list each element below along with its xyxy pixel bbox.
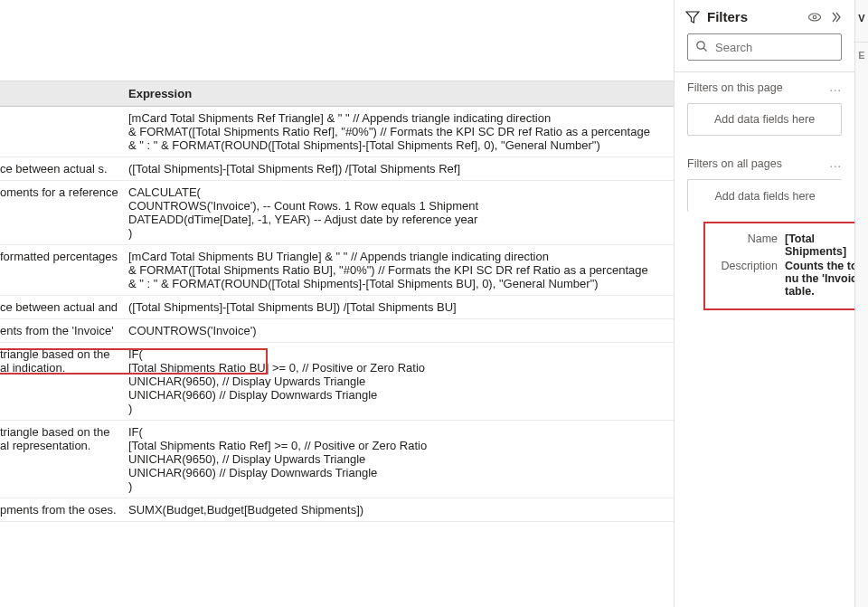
svg-point-0 — [809, 14, 821, 21]
cell-desc: ents from the 'Invoice' — [0, 324, 127, 337]
more-icon[interactable]: ... — [830, 81, 842, 94]
cell-expression: CALCULATE( COUNTROWS('Invoice'), -- Coun… — [127, 185, 674, 240]
filters-section-page: Filters on this page ... — [675, 72, 854, 100]
tooltip-name-label: Name — [714, 232, 778, 258]
more-icon[interactable]: ... — [830, 157, 842, 170]
cell-desc: triangle based on the al indication. — [0, 347, 127, 415]
search-box[interactable] — [687, 33, 842, 61]
search-icon — [695, 40, 708, 55]
header-expression: Expression — [127, 87, 674, 100]
filters-title: Filters — [707, 9, 800, 24]
cell-expression: [mCard Total Shipments Ref Triangle] & "… — [127, 111, 674, 152]
cell-desc: ce between actual and — [0, 300, 127, 314]
table-row[interactable]: ce between actual s. ([Total Shipments]-… — [0, 157, 674, 181]
cell-expression: SUMX(Budget,Budget[Budgeted Shipments]) — [127, 503, 674, 517]
table-row[interactable]: formatted percentages [mCard Total Shipm… — [0, 245, 674, 296]
svg-point-2 — [697, 41, 704, 48]
tooltip-desc-label: Description — [714, 260, 778, 298]
fields-collapsed[interactable]: E — [855, 50, 868, 61]
table-row[interactable]: [mCard Total Shipments Ref Triangle] & "… — [0, 107, 674, 157]
cell-desc: formatted percentages — [0, 250, 127, 290]
cell-expression: [mCard Total Shipments BU Triangle] & " … — [127, 250, 674, 290]
main-table-area: Expression [mCard Total Shipments Ref Tr… — [0, 0, 674, 607]
dropzone-page[interactable]: Add data fields here — [687, 103, 842, 136]
cell-desc: triangle based on the al representation. — [0, 425, 127, 493]
table-row[interactable]: ce between actual and ([Total Shipments]… — [0, 296, 674, 319]
cell-desc: oments for a reference — [0, 185, 127, 240]
cell-expression: IF( [Total Shipments Ratio BU] >= 0, // … — [127, 347, 674, 415]
filter-icon — [685, 10, 700, 24]
table-row[interactable]: ents from the 'Invoice' COUNTROWS('Invoi… — [0, 319, 674, 343]
table-header: Expression — [0, 81, 674, 107]
filters-section-all: Filters on all pages ... — [675, 148, 854, 175]
measure-tooltip: Name [Total Shipments] Description Count… — [703, 222, 868, 310]
search-wrap — [675, 33, 854, 71]
eye-icon[interactable] — [807, 10, 822, 24]
table-row[interactable]: oments for a reference CALCULATE( COUNTR… — [0, 181, 674, 245]
table-row[interactable]: triangle based on the al indication. IF(… — [0, 343, 674, 421]
section-label: Filters on all pages — [687, 157, 782, 170]
dropzone-all[interactable]: Add data fields here — [687, 179, 842, 212]
collapse-icon[interactable] — [829, 10, 844, 24]
table-row[interactable]: pments from the oses. SUMX(Budget,Budget… — [0, 498, 674, 522]
cell-expression: COUNTROWS('Invoice') — [127, 324, 674, 337]
svg-point-1 — [813, 15, 816, 19]
collapsed-panes-strip[interactable]: V E — [854, 0, 868, 607]
filters-header: Filters — [675, 0, 854, 33]
table-row[interactable]: triangle based on the al representation.… — [0, 421, 674, 498]
svg-line-3 — [703, 48, 706, 51]
cell-expression: ([Total Shipments]-[Total Shipments BU])… — [127, 300, 674, 314]
cell-expression: IF( [Total Shipments Ratio Ref] >= 0, //… — [127, 425, 674, 493]
dropzone-label: Add data fields here — [714, 190, 815, 203]
report-canvas-blank — [0, 0, 674, 81]
cell-expression: ([Total Shipments]-[Total Shipments Ref]… — [127, 162, 674, 175]
visualizations-collapsed[interactable]: V — [855, 13, 868, 24]
section-label: Filters on this page — [687, 81, 783, 94]
dropzone-label: Add data fields here — [714, 113, 815, 126]
cell-desc: pments from the oses. — [0, 503, 127, 517]
cell-desc: ce between actual s. — [0, 162, 127, 175]
cell-desc — [0, 111, 127, 152]
search-input[interactable] — [715, 41, 867, 54]
